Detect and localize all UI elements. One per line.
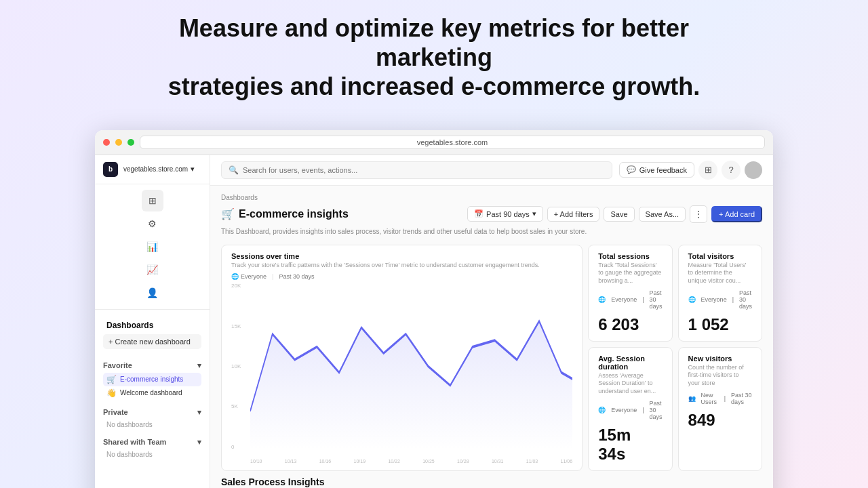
dashboard-toolbar: 📅 Past 90 days ▾ + Add filters Save Save… [467, 205, 762, 223]
more-options-button[interactable]: ⋮ [690, 205, 707, 223]
globe-icon: 🌐 [231, 273, 239, 280]
minimize-dot[interactable] [115, 139, 122, 146]
avatar[interactable] [745, 161, 762, 179]
globe-icon: 🌐 [598, 296, 606, 303]
favorite-header[interactable]: Favorite ▾ [103, 361, 201, 370]
save-as-button[interactable]: Save As... [639, 207, 686, 222]
breadcrumb: Dashboards [221, 194, 762, 201]
hero-section: Measure and optimize key metrics for bet… [129, 14, 739, 118]
search-container: 🔍 [221, 161, 612, 179]
save-button[interactable]: Save [604, 207, 634, 222]
chevron-down-icon: ▾ [197, 408, 201, 417]
chevron-down-icon: ▾ [197, 438, 201, 447]
sidebar-item-ecommerce[interactable]: 🛒 E-commerce insights [103, 373, 201, 386]
top-cards-row: Sessions over time Track your store's tr… [221, 245, 762, 471]
nav-trends-icon[interactable]: 📈 [142, 259, 163, 281]
total-sessions-desc: Track 'Total Sessions' to gauge the aggr… [598, 262, 662, 285]
private-empty: No dashboards [103, 420, 201, 430]
total-sessions-meta: 🌐 Everyone | Past 30 days [598, 289, 662, 310]
top-nav: 🔍 💬 Give feedback ⊞ ? [210, 155, 773, 186]
avg-session-title: Avg. Session duration [598, 354, 662, 371]
new-visitors-desc: Count the number of first-time visitors … [688, 364, 752, 388]
avg-session-meta: 🌐 Everyone | Past 30 days [598, 400, 662, 420]
search-input[interactable] [243, 166, 605, 174]
avg-session-value: 15m 34s [598, 426, 662, 464]
total-sessions-card: Total sessions Track 'Total Sessions' to… [588, 245, 672, 342]
nav-analytics-icon[interactable]: 📊 [142, 236, 163, 258]
new-visitors-card: New visitors Count the number of first-t… [678, 347, 762, 471]
ecommerce-icon: 🛒 [106, 375, 117, 384]
shared-header[interactable]: Shared with Team ▾ [103, 438, 201, 447]
sidebar-icon-nav: ⊞ ⚙ 📊 📈 👤 [95, 184, 210, 309]
users-icon: 👥 [688, 395, 696, 402]
sessions-card-meta: 🌐 Everyone | Past 30 days [231, 273, 572, 280]
calendar-icon: 📅 [474, 209, 484, 218]
total-sessions-title: Total sessions [598, 252, 662, 260]
private-section: Private ▾ No dashboards [95, 403, 210, 432]
dashboard-content: Dashboards 🛒 E-commerce insights 📅 Past … [210, 186, 773, 488]
create-dashboard-button[interactable]: + Create new dashboard [103, 334, 201, 349]
line-chart-svg [250, 283, 572, 449]
chart-y-labels: 20K15K10K5K0 [231, 283, 250, 449]
shared-section: Shared with Team ▾ No dashboards [95, 432, 210, 462]
total-visitors-desc: Measure 'Total Users' to determine the u… [688, 262, 752, 285]
shared-empty: No dashboards [103, 449, 201, 460]
help-icon-button[interactable]: ? [722, 161, 741, 180]
app-logo: b [103, 162, 118, 177]
globe-icon: 🌐 [598, 407, 606, 413]
browser-window: vegetables.store.com b vegetables.store.… [95, 130, 773, 488]
store-selector[interactable]: vegetables.store.com ▾ [123, 165, 195, 174]
dashboard-description: This Dashboard, provides insights into s… [221, 227, 762, 237]
date-filter-button[interactable]: 📅 Past 90 days ▾ [467, 206, 543, 222]
chart-x-labels: 10/1010/1310/1610/1910/22 10/2510/2810/3… [250, 459, 572, 464]
new-visitors-value: 849 [688, 411, 752, 430]
sessions-meta-period: Past 30 days [279, 273, 314, 280]
grid-icon-button[interactable]: ⊞ [698, 161, 717, 180]
new-visitors-title: New visitors [688, 354, 752, 363]
private-header[interactable]: Private ▾ [103, 408, 201, 417]
sessions-meta-everyone: 🌐 Everyone [231, 273, 267, 280]
total-visitors-value: 1 052 [688, 315, 752, 334]
hero-headline: Measure and optimize key metrics for bet… [129, 14, 739, 102]
nav-dashboard-icon[interactable]: ⊞ [142, 190, 163, 211]
total-visitors-meta: 🌐 Everyone | Past 30 days [688, 289, 752, 310]
chevron-down-icon: ▾ [191, 165, 195, 174]
feedback-button[interactable]: 💬 Give feedback [619, 162, 694, 178]
sessions-card-desc: Track your store's traffic patterns with… [231, 262, 572, 270]
nav-settings-icon[interactable]: ⚙ [142, 213, 163, 235]
dashboards-section: Dashboards + Create new dashboard [95, 315, 210, 356]
main-content: 🔍 💬 Give feedback ⊞ ? Dashboards [210, 155, 773, 488]
sidebar-item-welcome[interactable]: 👋 Welcome dashboard [103, 386, 201, 400]
welcome-icon: 👋 [106, 388, 117, 398]
app-layout: b vegetables.store.com ▾ ⊞ ⚙ 📊 📈 👤 Dashb… [95, 155, 773, 488]
favorite-section: Favorite ▾ 🛒 E-commerce insights 👋 Welco… [95, 356, 210, 403]
dashboard-title: 🛒 E-commerce insights [221, 207, 349, 220]
chevron-down-icon: ▾ [532, 209, 536, 218]
add-filters-button[interactable]: + Add filters [547, 207, 600, 222]
sessions-chart: 20K15K10K5K0 [231, 283, 572, 463]
sales-section: Sales Process Insights Explore key metri… [221, 476, 762, 488]
add-card-button[interactable]: + Add card [711, 206, 762, 222]
total-visitors-title: Total visitors [688, 252, 752, 260]
new-visitors-meta: 👥 New Users | Past 30 days [688, 392, 752, 405]
chevron-down-icon: ▾ [197, 361, 201, 370]
nav-actions: 💬 Give feedback ⊞ ? [619, 161, 762, 180]
sidebar: b vegetables.store.com ▾ ⊞ ⚙ 📊 📈 👤 Dashb… [95, 155, 210, 488]
dashboard-header: 🛒 E-commerce insights 📅 Past 90 days ▾ +… [221, 205, 762, 223]
url-bar[interactable]: vegetables.store.com [140, 136, 765, 149]
maximize-dot[interactable] [127, 139, 134, 146]
browser-chrome: vegetables.store.com [95, 130, 773, 155]
close-dot[interactable] [103, 139, 110, 146]
avg-session-desc: Assess 'Average Session Duration' to und… [598, 372, 662, 396]
total-visitors-card: Total visitors Measure 'Total Users' to … [678, 245, 762, 342]
sales-section-title: Sales Process Insights [221, 476, 762, 487]
dashboard-title-icon: 🛒 [221, 207, 235, 220]
chart-svg-container [250, 283, 572, 449]
sessions-card-title: Sessions over time [231, 252, 572, 260]
sessions-chart-card: Sessions over time Track your store's tr… [221, 245, 583, 471]
nav-users-icon[interactable]: 👤 [142, 282, 163, 304]
sidebar-header: b vegetables.store.com ▾ [95, 155, 210, 184]
total-sessions-value: 6 203 [598, 315, 662, 334]
avg-session-card: Avg. Session duration Assess 'Average Se… [588, 347, 672, 471]
feedback-icon: 💬 [627, 165, 636, 174]
